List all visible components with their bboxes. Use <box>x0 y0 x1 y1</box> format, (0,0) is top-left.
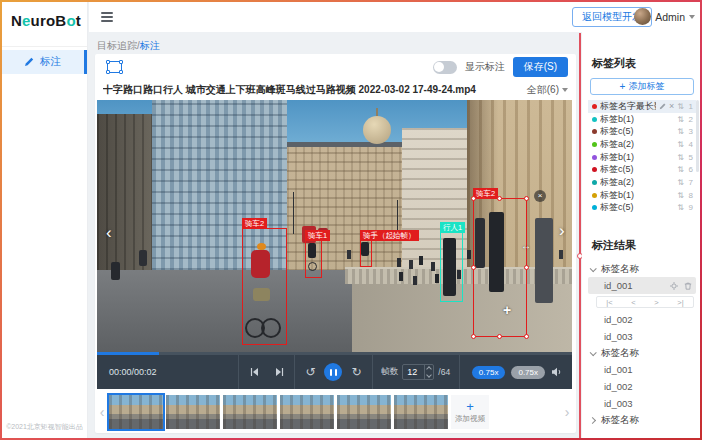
panel-splitter[interactable] <box>579 33 581 438</box>
pause-button[interactable] <box>324 363 342 381</box>
show-annotations-toggle[interactable] <box>433 61 457 74</box>
label-list-item[interactable]: 标签b(1) ⇅ 8 <box>588 189 696 202</box>
prev-frame-button[interactable] <box>250 367 259 377</box>
result-group[interactable]: 标签名称 <box>588 412 696 428</box>
replay-10-icon[interactable]: ↺ <box>305 366 315 378</box>
filmstrip-thumbnail[interactable] <box>394 395 448 429</box>
label-index: 7 <box>687 178 693 187</box>
volume-icon[interactable] <box>551 367 562 377</box>
label-list-item[interactable]: 标签a(2) ⇅ 7 <box>588 176 696 189</box>
filmstrip-thumbnail[interactable] <box>337 395 391 429</box>
speed-pill[interactable]: 0.75x <box>511 366 545 379</box>
sort-icon[interactable]: ⇅ <box>677 203 684 212</box>
bbox-rider-2[interactable]: 骑车2 <box>242 228 287 345</box>
label-list-item[interactable]: 标签b(1) ⇅ 2 <box>588 113 696 126</box>
sort-icon[interactable]: ⇅ <box>677 165 684 174</box>
label-list-item[interactable]: 标签名字最长数... × ⇅ 1 <box>588 100 696 113</box>
resize-handle[interactable] <box>471 196 476 201</box>
bbox-rider-2-selected[interactable]: 骑车2 <box>473 198 527 337</box>
right-panel: 标签列表 +添加标签 标签名字最长数... × ⇅ 1 标签b(1) ⇅ 2 标… <box>582 32 700 438</box>
sort-icon[interactable]: ⇅ <box>677 127 684 136</box>
result-item[interactable]: id_001 <box>588 277 696 294</box>
resize-handle[interactable] <box>524 196 529 201</box>
rect-select-tool-icon[interactable] <box>107 61 122 73</box>
user-menu[interactable]: Admin <box>634 8 695 25</box>
frame-stepper[interactable] <box>424 365 433 379</box>
bbox-label: 骑手（起始帧） <box>360 230 419 241</box>
resize-handle[interactable] <box>524 265 529 270</box>
result-item[interactable]: id_001 <box>588 361 696 378</box>
breadcrumb-parent[interactable]: 目标追踪 <box>97 40 137 51</box>
pager-next-icon[interactable]: > <box>654 298 658 307</box>
label-color-dot <box>592 205 597 210</box>
result-item[interactable]: id_003 <box>588 395 696 412</box>
scrollbar[interactable] <box>696 100 699 172</box>
filmstrip-next-icon[interactable]: › <box>560 404 574 420</box>
next-video-arrow-icon[interactable]: › <box>559 222 565 239</box>
trash-icon[interactable] <box>684 282 692 290</box>
label-list-item[interactable]: 标签b(1) ⇅ 5 <box>588 151 696 164</box>
label-list-item[interactable]: 标签c(5) ⇅ 6 <box>588 163 696 176</box>
label-list-item[interactable]: 标签c(5) ⇅ 3 <box>588 125 696 138</box>
label-name: 标签b(1) <box>600 113 674 126</box>
delete-icon[interactable]: × <box>669 102 674 111</box>
bbox-rider-1[interactable]: 骑车1 <box>305 240 322 278</box>
show-annotations-label: 显示标注 <box>465 60 505 74</box>
prev-video-arrow-icon[interactable]: ‹ <box>106 224 112 241</box>
resize-handle[interactable] <box>471 334 476 339</box>
label-name: 标签a(2) <box>600 138 674 151</box>
add-video-button[interactable]: + 添加视频 <box>451 395 489 429</box>
result-item[interactable]: id_003 <box>588 328 696 345</box>
result-item[interactable]: id_002 <box>588 311 696 328</box>
label-name: 标签名字最长数... <box>600 100 656 113</box>
filmstrip-thumbnail[interactable] <box>109 395 163 429</box>
thumbnail-image <box>394 395 448 429</box>
forward-10-icon[interactable]: ↻ <box>351 366 361 378</box>
filter-dropdown[interactable]: 全部(6) <box>527 83 568 97</box>
group-name: 标签名称 <box>601 263 639 276</box>
filmstrip-thumbnail[interactable] <box>223 395 277 429</box>
box-delete-icon[interactable]: × <box>534 190 546 202</box>
video-canvas[interactable]: 骑车2 骑车1 骑手（起始帧） 行人1 骑车2 × + ↔ ‹ › <box>97 100 572 352</box>
sort-icon[interactable]: ⇅ <box>677 102 684 111</box>
frame-number-input[interactable]: 12 <box>402 364 434 380</box>
result-item[interactable]: id_002 <box>588 378 696 395</box>
edit-icon[interactable] <box>659 103 666 110</box>
locate-icon[interactable] <box>670 282 678 290</box>
next-frame-button[interactable] <box>275 367 284 377</box>
save-button[interactable]: 保存(S) <box>513 57 568 77</box>
logo-text-part: uroB <box>31 12 67 29</box>
pager-last-icon[interactable]: >| <box>677 298 683 307</box>
bbox-rider-startframe[interactable]: 骑手（起始帧） <box>360 240 372 267</box>
resize-handle[interactable] <box>497 196 502 201</box>
resize-handle[interactable] <box>497 334 502 339</box>
pager-prev-icon[interactable]: < <box>631 298 635 307</box>
label-index: 2 <box>687 115 693 124</box>
pager-first-icon[interactable]: |< <box>606 298 612 307</box>
result-group[interactable]: 标签名称 <box>588 261 696 277</box>
resize-handle[interactable] <box>471 265 476 270</box>
resize-handle[interactable] <box>524 334 529 339</box>
sort-icon[interactable]: ⇅ <box>677 191 684 200</box>
sort-icon[interactable]: ⇅ <box>677 153 684 162</box>
filmstrip: ‹ + 添加视频 › <box>95 391 576 433</box>
label-list-item[interactable]: 标签c(5) ⇅ 9 <box>588 202 696 215</box>
add-label-button[interactable]: +添加标签 <box>590 78 694 95</box>
bbox-pedestrian-1[interactable]: 行人1 <box>440 232 463 302</box>
label-list-item[interactable]: 标签a(2) ⇅ 4 <box>588 138 696 151</box>
label-list: 标签名字最长数... × ⇅ 1 标签b(1) ⇅ 2 标签c(5) ⇅ 3 标… <box>588 100 696 214</box>
sort-icon[interactable]: ⇅ <box>677 178 684 187</box>
sort-icon[interactable]: ⇅ <box>677 140 684 149</box>
filmstrip-thumbnail[interactable] <box>280 395 334 429</box>
speed-pill-active[interactable]: 0.75x <box>472 366 506 379</box>
label-color-dot <box>592 180 597 185</box>
filmstrip-prev-icon[interactable]: ‹ <box>95 404 109 420</box>
sidebar-item-annotation[interactable]: 标注 <box>2 50 87 74</box>
result-group[interactable]: 标签名称 <box>588 345 696 361</box>
filmstrip-thumbnail[interactable] <box>166 395 220 429</box>
sort-icon[interactable]: ⇅ <box>677 115 684 124</box>
result-id: id_002 <box>604 381 696 392</box>
logo-text-part: t <box>76 12 81 29</box>
menu-collapse-icon[interactable] <box>101 12 113 22</box>
label-index: 1 <box>687 102 693 111</box>
